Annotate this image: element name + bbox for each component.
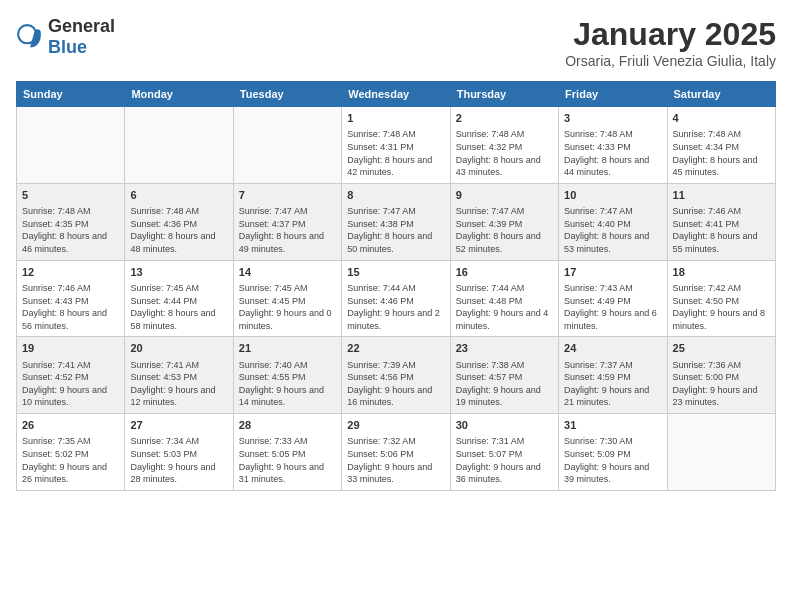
day-number: 21 [239,341,336,356]
day-number: 5 [22,188,119,203]
calendar-cell: 19Sunrise: 7:41 AM Sunset: 4:52 PM Dayli… [17,337,125,414]
calendar-cell: 4Sunrise: 7:48 AM Sunset: 4:34 PM Daylig… [667,107,775,184]
weekday-header-monday: Monday [125,82,233,107]
day-number: 22 [347,341,444,356]
day-number: 24 [564,341,661,356]
day-number: 18 [673,265,770,280]
day-info: Sunrise: 7:44 AM Sunset: 4:48 PM Dayligh… [456,282,553,332]
logo: General Blue [16,16,115,58]
calendar-cell: 15Sunrise: 7:44 AM Sunset: 4:46 PM Dayli… [342,260,450,337]
day-number: 7 [239,188,336,203]
calendar-cell: 12Sunrise: 7:46 AM Sunset: 4:43 PM Dayli… [17,260,125,337]
day-info: Sunrise: 7:48 AM Sunset: 4:35 PM Dayligh… [22,205,119,255]
calendar-cell: 22Sunrise: 7:39 AM Sunset: 4:56 PM Dayli… [342,337,450,414]
day-info: Sunrise: 7:44 AM Sunset: 4:46 PM Dayligh… [347,282,444,332]
calendar-cell: 26Sunrise: 7:35 AM Sunset: 5:02 PM Dayli… [17,414,125,491]
calendar-cell: 20Sunrise: 7:41 AM Sunset: 4:53 PM Dayli… [125,337,233,414]
day-number: 9 [456,188,553,203]
calendar-cell: 14Sunrise: 7:45 AM Sunset: 4:45 PM Dayli… [233,260,341,337]
calendar-cell: 5Sunrise: 7:48 AM Sunset: 4:35 PM Daylig… [17,183,125,260]
day-info: Sunrise: 7:34 AM Sunset: 5:03 PM Dayligh… [130,435,227,485]
calendar-cell: 21Sunrise: 7:40 AM Sunset: 4:55 PM Dayli… [233,337,341,414]
day-number: 19 [22,341,119,356]
day-info: Sunrise: 7:45 AM Sunset: 4:44 PM Dayligh… [130,282,227,332]
day-info: Sunrise: 7:36 AM Sunset: 5:00 PM Dayligh… [673,359,770,409]
day-info: Sunrise: 7:35 AM Sunset: 5:02 PM Dayligh… [22,435,119,485]
day-number: 3 [564,111,661,126]
calendar-table: SundayMondayTuesdayWednesdayThursdayFrid… [16,81,776,491]
calendar-cell: 31Sunrise: 7:30 AM Sunset: 5:09 PM Dayli… [559,414,667,491]
week-row-4: 19Sunrise: 7:41 AM Sunset: 4:52 PM Dayli… [17,337,776,414]
calendar-cell: 18Sunrise: 7:42 AM Sunset: 4:50 PM Dayli… [667,260,775,337]
calendar-cell: 11Sunrise: 7:46 AM Sunset: 4:41 PM Dayli… [667,183,775,260]
day-number: 12 [22,265,119,280]
day-number: 27 [130,418,227,433]
day-number: 17 [564,265,661,280]
weekday-header-sunday: Sunday [17,82,125,107]
logo-general-text: General [48,16,115,36]
day-number: 23 [456,341,553,356]
calendar-header: SundayMondayTuesdayWednesdayThursdayFrid… [17,82,776,107]
logo-blue-text: Blue [48,37,87,57]
calendar-cell: 13Sunrise: 7:45 AM Sunset: 4:44 PM Dayli… [125,260,233,337]
day-info: Sunrise: 7:46 AM Sunset: 4:41 PM Dayligh… [673,205,770,255]
header: General Blue January 2025 Orsaria, Friul… [16,16,776,69]
day-info: Sunrise: 7:42 AM Sunset: 4:50 PM Dayligh… [673,282,770,332]
weekday-header-friday: Friday [559,82,667,107]
calendar-cell: 7Sunrise: 7:47 AM Sunset: 4:37 PM Daylig… [233,183,341,260]
calendar-cell [667,414,775,491]
calendar-cell: 9Sunrise: 7:47 AM Sunset: 4:39 PM Daylig… [450,183,558,260]
day-number: 10 [564,188,661,203]
weekday-header-saturday: Saturday [667,82,775,107]
day-number: 15 [347,265,444,280]
calendar-cell: 24Sunrise: 7:37 AM Sunset: 4:59 PM Dayli… [559,337,667,414]
day-number: 30 [456,418,553,433]
calendar-cell: 23Sunrise: 7:38 AM Sunset: 4:57 PM Dayli… [450,337,558,414]
calendar-cell: 8Sunrise: 7:47 AM Sunset: 4:38 PM Daylig… [342,183,450,260]
calendar-cell: 25Sunrise: 7:36 AM Sunset: 5:00 PM Dayli… [667,337,775,414]
day-info: Sunrise: 7:41 AM Sunset: 4:53 PM Dayligh… [130,359,227,409]
weekday-header-thursday: Thursday [450,82,558,107]
day-number: 28 [239,418,336,433]
day-info: Sunrise: 7:46 AM Sunset: 4:43 PM Dayligh… [22,282,119,332]
day-info: Sunrise: 7:39 AM Sunset: 4:56 PM Dayligh… [347,359,444,409]
day-info: Sunrise: 7:37 AM Sunset: 4:59 PM Dayligh… [564,359,661,409]
calendar-cell: 10Sunrise: 7:47 AM Sunset: 4:40 PM Dayli… [559,183,667,260]
day-number: 1 [347,111,444,126]
calendar-cell: 29Sunrise: 7:32 AM Sunset: 5:06 PM Dayli… [342,414,450,491]
day-info: Sunrise: 7:47 AM Sunset: 4:39 PM Dayligh… [456,205,553,255]
day-number: 6 [130,188,227,203]
day-info: Sunrise: 7:30 AM Sunset: 5:09 PM Dayligh… [564,435,661,485]
day-info: Sunrise: 7:41 AM Sunset: 4:52 PM Dayligh… [22,359,119,409]
day-info: Sunrise: 7:47 AM Sunset: 4:40 PM Dayligh… [564,205,661,255]
calendar-cell: 1Sunrise: 7:48 AM Sunset: 4:31 PM Daylig… [342,107,450,184]
week-row-3: 12Sunrise: 7:46 AM Sunset: 4:43 PM Dayli… [17,260,776,337]
calendar-cell: 6Sunrise: 7:48 AM Sunset: 4:36 PM Daylig… [125,183,233,260]
weekday-header-row: SundayMondayTuesdayWednesdayThursdayFrid… [17,82,776,107]
day-number: 16 [456,265,553,280]
weekday-header-tuesday: Tuesday [233,82,341,107]
week-row-5: 26Sunrise: 7:35 AM Sunset: 5:02 PM Dayli… [17,414,776,491]
day-number: 29 [347,418,444,433]
day-info: Sunrise: 7:47 AM Sunset: 4:37 PM Dayligh… [239,205,336,255]
day-number: 31 [564,418,661,433]
calendar-cell: 2Sunrise: 7:48 AM Sunset: 4:32 PM Daylig… [450,107,558,184]
day-info: Sunrise: 7:32 AM Sunset: 5:06 PM Dayligh… [347,435,444,485]
day-number: 26 [22,418,119,433]
day-info: Sunrise: 7:40 AM Sunset: 4:55 PM Dayligh… [239,359,336,409]
day-number: 11 [673,188,770,203]
calendar-cell: 3Sunrise: 7:48 AM Sunset: 4:33 PM Daylig… [559,107,667,184]
day-info: Sunrise: 7:45 AM Sunset: 4:45 PM Dayligh… [239,282,336,332]
title-area: January 2025 Orsaria, Friuli Venezia Giu… [565,16,776,69]
day-number: 20 [130,341,227,356]
day-info: Sunrise: 7:47 AM Sunset: 4:38 PM Dayligh… [347,205,444,255]
week-row-1: 1Sunrise: 7:48 AM Sunset: 4:31 PM Daylig… [17,107,776,184]
calendar-cell [17,107,125,184]
day-number: 4 [673,111,770,126]
calendar-cell [125,107,233,184]
day-info: Sunrise: 7:31 AM Sunset: 5:07 PM Dayligh… [456,435,553,485]
day-number: 25 [673,341,770,356]
day-number: 14 [239,265,336,280]
calendar-title: January 2025 [565,16,776,53]
calendar-cell: 17Sunrise: 7:43 AM Sunset: 4:49 PM Dayli… [559,260,667,337]
